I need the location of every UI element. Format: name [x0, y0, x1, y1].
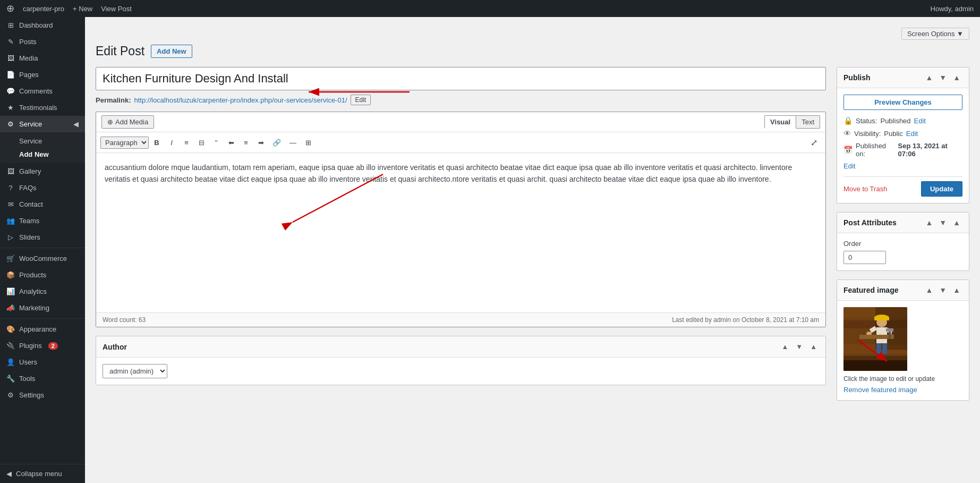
paragraph-format-select[interactable]: Paragraph [100, 137, 149, 149]
sidebar-item-analytics[interactable]: 📊 Analytics [0, 283, 85, 300]
sidebar-item-pages[interactable]: 📄 Pages [0, 66, 85, 83]
editor-container: ⊕ Add Media Visual Text Paragraph [96, 112, 826, 327]
align-center-button[interactable]: ≡ [239, 135, 253, 149]
add-media-button[interactable]: ⊕ Add Media [101, 115, 154, 129]
post-attr-close-button[interactable]: ▲ [951, 218, 962, 227]
status-edit-link[interactable]: Edit [914, 117, 926, 125]
sidebar-item-label: Contact [19, 200, 43, 208]
publish-down-button[interactable]: ▼ [937, 73, 949, 82]
publish-close-button[interactable]: ▲ [951, 73, 962, 82]
ordered-list-button[interactable]: ⊟ [194, 135, 208, 149]
last-edited: Last edited by admin on October 8, 2021 … [672, 316, 819, 324]
sidebar-item-tools[interactable]: 🔧 Tools [0, 370, 85, 387]
sidebar-item-testimonials[interactable]: ★ Testimonials [0, 99, 85, 116]
sidebar-collapse-button[interactable]: ◀ Collapse menu [0, 464, 85, 483]
sidebar-item-contact[interactable]: ✉ Contact [0, 196, 85, 213]
admin-bar-new[interactable]: + New [73, 5, 92, 13]
sidebar-item-products[interactable]: 📦 Products [0, 267, 85, 283]
table-button[interactable]: ⊞ [301, 135, 315, 149]
author-box-close-button[interactable]: ▲ [808, 342, 819, 352]
status-value: Published [880, 117, 910, 125]
featured-img-up-button[interactable]: ▲ [923, 285, 935, 295]
post-attr-up-button[interactable]: ▲ [923, 218, 935, 227]
sidebar-item-comments[interactable]: 💬 Comments [0, 83, 85, 99]
italic-button[interactable]: I [165, 135, 178, 149]
dashboard-icon: ⊞ [6, 21, 15, 29]
sidebar-item-teams[interactable]: 👥 Teams [0, 213, 85, 229]
sidebar-item-media[interactable]: 🖼 Media [0, 50, 85, 66]
sidebar-sub-service-add-new[interactable]: Add New [0, 148, 85, 161]
post-title-input[interactable] [96, 67, 826, 90]
more-button[interactable]: — [286, 135, 300, 149]
move-to-trash-link[interactable]: Move to Trash [843, 185, 887, 193]
sidebar-item-posts[interactable]: ✎ Posts [0, 33, 85, 50]
wp-logo[interactable]: ⊕ [6, 3, 14, 14]
featured-image-hint: Click the image to edit or update [843, 375, 962, 383]
featured-img-close-button[interactable]: ▲ [951, 285, 962, 295]
sidebar-item-plugins[interactable]: 🔌 Plugins 2 [0, 337, 85, 354]
service-submenu: Service Add New [0, 132, 85, 163]
sidebar-item-label: Marketing [19, 304, 49, 312]
faqs-icon: ? [6, 184, 15, 192]
sidebar-item-sliders[interactable]: ▷ Sliders [0, 229, 85, 245]
sidebar-item-woocommerce[interactable]: 🛒 WooCommerce [0, 250, 85, 267]
unordered-list-button[interactable]: ≡ [180, 135, 193, 149]
author-box-up-button[interactable]: ▲ [779, 342, 790, 352]
sidebar-item-dashboard[interactable]: ⊞ Dashboard [0, 17, 85, 33]
sidebar-item-faqs[interactable]: ? FAQs [0, 180, 85, 196]
featured-image-thumbnail[interactable] [843, 307, 907, 371]
sidebar-item-service[interactable]: ⚙ Service ◀ [0, 116, 85, 132]
align-left-button[interactable]: ⬅ [224, 135, 238, 149]
sidebar-item-users[interactable]: 👤 Users [0, 354, 85, 370]
visibility-value: Public [884, 130, 902, 138]
published-on-edit-link[interactable]: Edit [843, 162, 962, 170]
text-tab[interactable]: Text [796, 115, 820, 129]
sidebar-item-appearance[interactable]: 🎨 Appearance [0, 321, 85, 337]
sidebar-item-label: Settings [19, 391, 44, 399]
status-icon: 🔒 [843, 116, 853, 125]
content-area: Screen Options ▼ Edit Post Add New Perma… [85, 17, 980, 483]
expand-editor-button[interactable]: ⤢ [807, 136, 821, 149]
appearance-icon: 🎨 [6, 325, 15, 333]
sidebar-item-label: Comments [19, 87, 53, 95]
visibility-row: 👁 Visibility: Public Edit [843, 129, 962, 138]
sidebar-item-label: Plugins [19, 342, 42, 350]
sidebar-item-settings[interactable]: ⚙ Settings [0, 387, 85, 403]
permalink-url[interactable]: http://localhost/luzuk/carpenter-pro/ind… [134, 96, 347, 104]
sidebar-item-gallery[interactable]: 🖼 Gallery [0, 163, 85, 180]
sidebar-divider2 [0, 318, 85, 319]
admin-bar-view[interactable]: View Post [101, 5, 132, 13]
post-attributes-panel: Post Attributes ▲ ▼ ▲ Order [837, 212, 969, 271]
permalink-edit-button[interactable]: Edit [351, 95, 371, 105]
sidebar-item-marketing[interactable]: 📣 Marketing [0, 300, 85, 316]
plugins-badge: 2 [48, 342, 58, 350]
bold-button[interactable]: B [150, 135, 164, 149]
featured-img-down-button[interactable]: ▼ [937, 285, 949, 295]
visual-tab[interactable]: Visual [764, 115, 796, 129]
author-box-down-button[interactable]: ▼ [794, 342, 805, 352]
visibility-edit-link[interactable]: Edit [906, 130, 918, 138]
post-attr-down-button[interactable]: ▼ [937, 218, 949, 227]
admin-bar: ⊕ carpenter-pro + New View Post Howdy, a… [0, 0, 980, 17]
svg-rect-21 [886, 328, 893, 332]
author-meta-box: Author ▲ ▼ ▲ admin (admin) [96, 336, 826, 385]
testimonials-icon: ★ [6, 104, 15, 112]
post-attributes-content: Order [837, 233, 969, 270]
link-button[interactable]: 🔗 [269, 135, 285, 149]
editor-content[interactable]: accusantium dolore mque laudantium, tota… [96, 153, 825, 312]
add-new-button[interactable]: Add New [151, 45, 192, 58]
author-select[interactable]: admin (admin) [103, 364, 167, 378]
sidebar-sub-service-all[interactable]: Service [0, 134, 85, 148]
screen-options-button[interactable]: Screen Options ▼ [901, 28, 969, 40]
admin-bar-user: Howdy, admin [931, 5, 974, 13]
publish-up-button[interactable]: ▲ [923, 73, 935, 82]
preview-changes-button[interactable]: Preview Changes [843, 95, 962, 110]
align-right-button[interactable]: ➡ [254, 135, 268, 149]
update-button[interactable]: Update [921, 181, 962, 197]
blockquote-button[interactable]: " [209, 135, 223, 149]
admin-bar-site[interactable]: carpenter-pro [23, 5, 64, 13]
remove-featured-image-link[interactable]: Remove featured image [843, 386, 962, 394]
sidebar-item-label: FAQs [19, 184, 37, 192]
featured-image-controls: ▲ ▼ ▲ [923, 285, 962, 295]
order-input[interactable] [843, 251, 886, 264]
